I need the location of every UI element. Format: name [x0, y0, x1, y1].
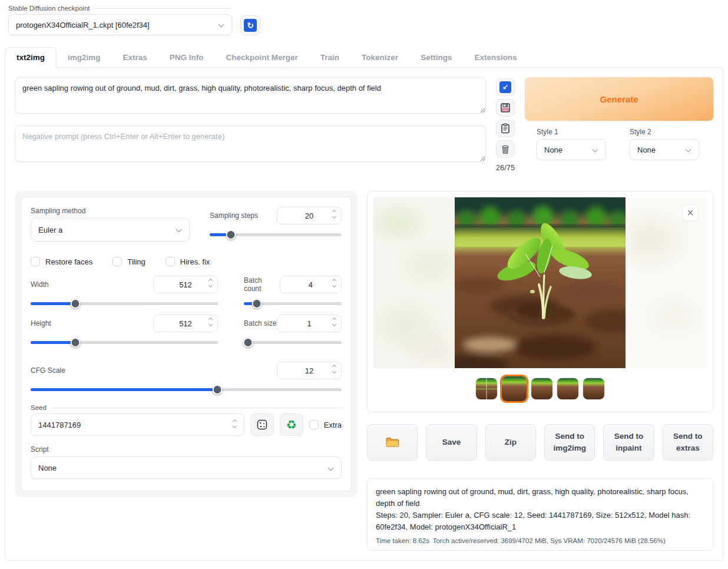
thumbnail[interactable]: [557, 378, 578, 399]
seed-label: Seed: [31, 404, 342, 411]
cfg-scale-label: CFG Scale: [31, 366, 65, 375]
info-performance-text: Time taken: 8.62s Torch active/reserved:…: [376, 537, 704, 544]
hires-fix-checkbox[interactable]: Hires. fix: [166, 257, 210, 266]
token-counter: 26/75: [496, 163, 515, 172]
batch-size-slider[interactable]: [244, 337, 342, 348]
chevron-down-icon: [219, 22, 224, 28]
gallery-fade-left: [373, 197, 455, 368]
tab-img2img[interactable]: img2img: [57, 48, 112, 67]
height-slider[interactable]: [31, 337, 218, 348]
generate-button[interactable]: Generate: [525, 77, 713, 121]
random-seed-button[interactable]: [250, 413, 274, 436]
result-gallery: ×: [367, 191, 713, 412]
style2-dropdown[interactable]: None: [630, 139, 699, 160]
cfg-scale-input[interactable]: 12: [277, 362, 342, 379]
tab-extras[interactable]: Extras: [112, 48, 158, 67]
tab-png-info[interactable]: PNG Info: [158, 48, 215, 67]
open-folder-button[interactable]: [367, 424, 418, 461]
sampling-method-dropdown[interactable]: Euler a: [31, 218, 190, 242]
height-input[interactable]: 512: [153, 315, 218, 332]
spinner-arrows-icon[interactable]: [209, 318, 212, 326]
height-label: Height: [31, 319, 51, 327]
settings-panel: Sampling method Euler a Sampling steps 2…: [15, 191, 358, 497]
dice-icon: [256, 419, 268, 431]
spinner-arrows-icon[interactable]: [333, 318, 336, 326]
apply-style-button[interactable]: [496, 120, 515, 137]
script-dropdown[interactable]: None: [31, 456, 342, 479]
save-button[interactable]: Save: [426, 424, 476, 461]
send-to-extras-button[interactable]: Send to extras: [663, 424, 713, 461]
thumbnail-strip: [373, 376, 707, 401]
width-slider[interactable]: [31, 298, 218, 309]
chevron-down-icon: [328, 465, 334, 471]
refresh-checkpoints-button[interactable]: ↻: [240, 15, 260, 35]
checkbox-icon: [31, 257, 40, 266]
paste-params-button[interactable]: ↙: [496, 78, 515, 96]
sampling-steps-slider[interactable]: [210, 229, 342, 240]
spinner-arrows-icon[interactable]: [333, 210, 336, 218]
style2-value: None: [637, 145, 656, 154]
tiling-checkbox[interactable]: Tiling: [112, 257, 145, 266]
width-value: 512: [179, 280, 192, 289]
tab-settings[interactable]: Settings: [409, 48, 463, 67]
thumbnail-grid[interactable]: [476, 378, 497, 399]
chevron-down-icon: [686, 147, 691, 153]
checkpoint-dropdown[interactable]: protogenX34OfficialR_1.ckpt [60fe2f34]: [8, 14, 232, 35]
script-value: None: [38, 464, 57, 472]
cfg-scale-slider[interactable]: [31, 384, 342, 395]
send-to-img2img-button[interactable]: Send to img2img: [544, 424, 595, 461]
style1-dropdown[interactable]: None: [537, 139, 606, 160]
checkpoint-label: Stable Diffusion checkpoint: [8, 5, 232, 12]
hires-fix-label: Hires. fix: [180, 257, 210, 266]
sampling-steps-value: 20: [305, 211, 313, 220]
save-style-button[interactable]: [496, 99, 515, 117]
tab-train[interactable]: Train: [309, 48, 350, 67]
batch-count-slider[interactable]: [244, 298, 342, 309]
width-input[interactable]: 512: [153, 276, 218, 293]
negative-prompt-input[interactable]: [15, 125, 486, 162]
tiling-label: Tiling: [127, 257, 145, 266]
sampling-steps-input[interactable]: 20: [277, 207, 342, 224]
close-icon[interactable]: ×: [682, 204, 699, 221]
main-tabs: txt2img img2img Extras PNG Info Checkpoi…: [0, 47, 728, 67]
checkbox-icon: [112, 257, 122, 266]
prompt-input[interactable]: green sapling rowing out of ground, mud,…: [15, 77, 486, 114]
width-label: Width: [31, 280, 49, 289]
spinner-arrows-icon[interactable]: [233, 420, 236, 428]
tab-tokenizer[interactable]: Tokenizer: [350, 48, 409, 67]
thumbnail[interactable]: [531, 378, 552, 399]
script-label: Script: [31, 445, 342, 454]
batch-count-label: Batch count: [244, 276, 280, 293]
height-value: 512: [179, 319, 192, 328]
clear-prompt-button[interactable]: [496, 140, 515, 158]
trash-icon: [500, 144, 511, 154]
sampling-steps-label: Sampling steps: [210, 211, 258, 220]
reuse-seed-button[interactable]: ♻: [280, 413, 303, 436]
restore-faces-checkbox[interactable]: Restore faces: [31, 257, 92, 266]
spinner-arrows-icon[interactable]: [333, 279, 336, 287]
send-to-inpaint-button[interactable]: Send to inpaint: [603, 424, 654, 461]
seed-input[interactable]: 1441787169: [31, 413, 244, 436]
chevron-down-icon: [593, 147, 598, 153]
thumbnail-selected[interactable]: [502, 376, 527, 401]
tab-checkpoint-merger[interactable]: Checkpoint Merger: [215, 48, 309, 67]
generated-image[interactable]: [455, 197, 626, 368]
cfg-scale-value: 12: [305, 366, 313, 375]
extra-seed-checkbox[interactable]: Extra: [309, 420, 342, 429]
paste-arrow-icon: ↙: [499, 81, 511, 93]
checkpoint-bar: Stable Diffusion checkpoint protogenX34O…: [0, 0, 728, 39]
tab-extensions[interactable]: Extensions: [463, 48, 528, 67]
info-params-text: Steps: 20, Sampler: Euler a, CFG scale: …: [376, 510, 704, 533]
spinner-arrows-icon[interactable]: [209, 279, 212, 287]
style1-label: Style 1: [537, 128, 606, 136]
spinner-arrows-icon[interactable]: [333, 365, 336, 373]
style2-label: Style 2: [630, 128, 699, 136]
tab-txt2img[interactable]: txt2img: [5, 47, 57, 68]
sampling-method-value: Euler a: [38, 226, 62, 234]
batch-size-input[interactable]: 1: [277, 315, 342, 332]
zip-button[interactable]: Zip: [485, 424, 536, 461]
gallery-actions: Save Zip Send to img2img Send to inpaint…: [367, 424, 713, 461]
batch-count-input[interactable]: 4: [280, 276, 342, 293]
thumbnail[interactable]: [583, 378, 604, 399]
recycle-icon: ♻: [286, 419, 297, 431]
